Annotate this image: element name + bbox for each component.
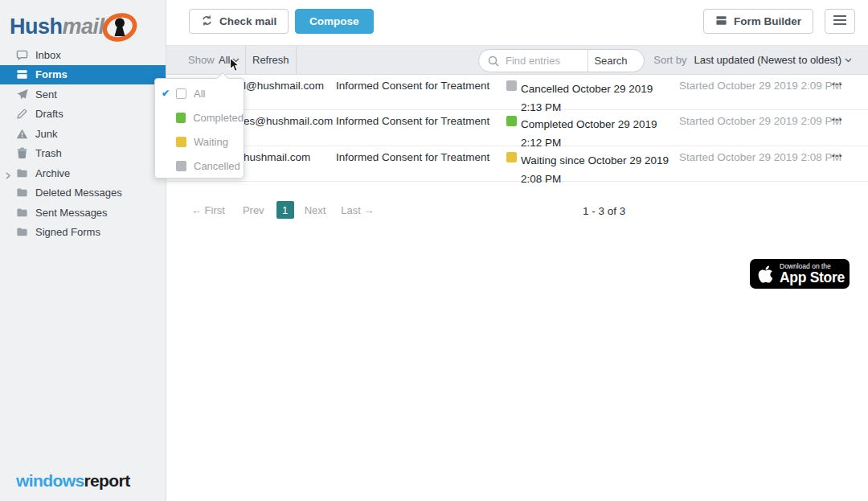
chevron-down-icon	[845, 58, 852, 63]
completed-swatch	[176, 113, 186, 123]
sort-by-label: Sort by	[653, 54, 686, 66]
app-store-badge[interactable]: Download on the App Store	[750, 259, 850, 289]
filter-option-waiting[interactable]: Waiting	[155, 129, 244, 154]
sidebar-item-trash[interactable]: Trash	[0, 144, 166, 164]
checkbox-icon[interactable]	[176, 88, 186, 99]
form-builder-icon	[715, 14, 727, 29]
topbar: Check mail Compose Form Builder	[166, 0, 868, 45]
entries-toolbar: Show All Refresh Search Sort by Last upd…	[166, 45, 868, 75]
pagination-current-page[interactable]: 1	[276, 201, 294, 219]
search-bar: Search	[478, 49, 645, 72]
cancelled-swatch	[176, 161, 186, 171]
status-swatch-completed	[506, 116, 517, 126]
pagination-first[interactable]: ← First	[191, 204, 225, 216]
sidebar-item-junk[interactable]: Junk	[0, 124, 166, 144]
filter-option-cancelled[interactable]: Cancelled	[155, 154, 244, 178]
main-area: Check mail Compose Form Builder Show All…	[166, 0, 868, 501]
filter-option-label: Completed	[193, 112, 244, 124]
filter-option-label: All	[194, 88, 205, 100]
table-row[interactable]: l@hushmail.com Informed Consent for Trea…	[166, 75, 868, 110]
row-actions-button[interactable]: •••	[832, 148, 843, 164]
drafts-icon	[16, 108, 28, 120]
hushmail-logo: Hushmail	[10, 10, 138, 43]
chevron-down-icon	[232, 58, 240, 63]
toolbar-divider	[296, 46, 297, 74]
table-row[interactable]: es@hushmail.com Informed Consent for Tre…	[166, 110, 868, 146]
menu-button[interactable]	[825, 9, 855, 34]
show-label: Show	[188, 46, 215, 74]
entry-email: l@hushmail.com	[244, 80, 324, 92]
pagination-next[interactable]: Next	[305, 204, 326, 216]
sidebar-item-label: Deleted Messages	[35, 187, 122, 199]
sidebar-item-label: Sent	[35, 88, 57, 101]
sent-icon	[16, 88, 28, 101]
forms-icon	[16, 68, 28, 80]
folder-icon	[16, 167, 28, 179]
sidebar-item-forms[interactable]: Forms	[0, 65, 166, 85]
entry-email: hushmail.com	[244, 151, 310, 163]
filter-option-completed[interactable]: Completed	[155, 105, 244, 129]
sidebar-item-sent-messages[interactable]: Sent Messages	[0, 203, 166, 223]
entry-status-text: Waiting since October 29 2019	[521, 151, 669, 170]
sidebar-item-label: Inbox	[35, 49, 61, 61]
sort-dropdown[interactable]: Last updated (Newest to oldest)	[694, 54, 852, 66]
chevron-right-icon[interactable]	[6, 170, 11, 182]
check-icon: ✔	[162, 88, 176, 99]
badge-line2: App Store	[780, 271, 845, 285]
status-swatch-cancelled	[506, 80, 517, 91]
hamburger-icon	[833, 14, 846, 28]
sidebar-item-sent[interactable]: Sent	[0, 84, 166, 105]
sidebar: Hushmail Inbox Forms Sent	[0, 0, 166, 501]
refresh-icon	[201, 14, 213, 29]
row-actions-button[interactable]: •••	[832, 76, 843, 92]
toolbar-divider	[245, 46, 246, 74]
row-actions-button[interactable]: •••	[832, 112, 843, 128]
entry-form-name: Informed Consent for Treatment	[336, 80, 489, 92]
show-filter-menu: ✔ All Completed Waiting Cancelled	[154, 78, 244, 179]
sidebar-item-drafts[interactable]: Drafts	[0, 105, 166, 125]
check-mail-label: Check mail	[219, 15, 276, 27]
entry-status-time: 2:08 PM	[521, 170, 669, 188]
entry-status: Waiting since October 29 2019 2:08 PM	[521, 151, 669, 188]
badge-line1: Download on the	[780, 263, 845, 270]
entry-started: Started October 29 2019 2:09 PM	[679, 115, 841, 127]
folder-icon	[16, 226, 28, 238]
sidebar-item-deleted-messages[interactable]: Deleted Messages	[0, 183, 166, 203]
sidebar-item-label: Forms	[35, 68, 68, 80]
filter-option-label: Cancelled	[194, 160, 240, 172]
sidebar-item-label: Archive	[35, 167, 70, 179]
form-builder-button[interactable]: Form Builder	[703, 9, 813, 34]
show-filter-value: All	[219, 54, 230, 66]
entry-form-name: Informed Consent for Treatment	[336, 151, 489, 163]
pagination-prev[interactable]: Prev	[243, 204, 264, 216]
pagination-range: 1 - 3 of 3	[583, 205, 625, 217]
refresh-button[interactable]: Refresh	[252, 46, 289, 74]
compose-label: Compose	[309, 15, 359, 27]
keyhole-icon	[101, 11, 138, 43]
windowsreport-word2: report	[84, 471, 129, 490]
check-mail-button[interactable]: Check mail	[189, 9, 289, 34]
sidebar-item-archive[interactable]: Archive	[0, 163, 166, 183]
windowsreport-logo: windowsreport	[16, 471, 130, 491]
pagination-last[interactable]: Last →	[341, 204, 374, 216]
inbox-icon	[16, 49, 28, 61]
form-builder-label: Form Builder	[734, 15, 801, 27]
entry-started: Started October 29 2019 2:08 PM	[679, 151, 841, 163]
sidebar-item-label: Trash	[35, 147, 62, 159]
apple-icon	[758, 265, 773, 284]
search-button[interactable]: Search	[588, 55, 633, 67]
filter-option-all[interactable]: ✔ All	[155, 81, 244, 105]
sidebar-item-signed-forms[interactable]: Signed Forms	[0, 223, 166, 243]
filter-option-label: Waiting	[194, 136, 228, 148]
compose-button[interactable]: Compose	[295, 9, 374, 34]
entry-status-text: Cancelled October 29 2019	[521, 80, 653, 98]
search-input[interactable]	[506, 55, 588, 67]
sort-control: Sort by Last updated (Newest to oldest)	[653, 46, 852, 74]
table-row[interactable]: hushmail.com Informed Consent for Treatm…	[166, 146, 868, 182]
entry-email: es@hushmail.com	[244, 115, 333, 127]
sidebar-item-inbox[interactable]: Inbox	[0, 45, 166, 65]
trash-icon	[16, 147, 28, 159]
sidebar-item-label: Sent Messages	[35, 207, 108, 219]
sidebar-item-label: Signed Forms	[35, 226, 100, 238]
show-filter-dropdown[interactable]: All	[219, 46, 240, 74]
